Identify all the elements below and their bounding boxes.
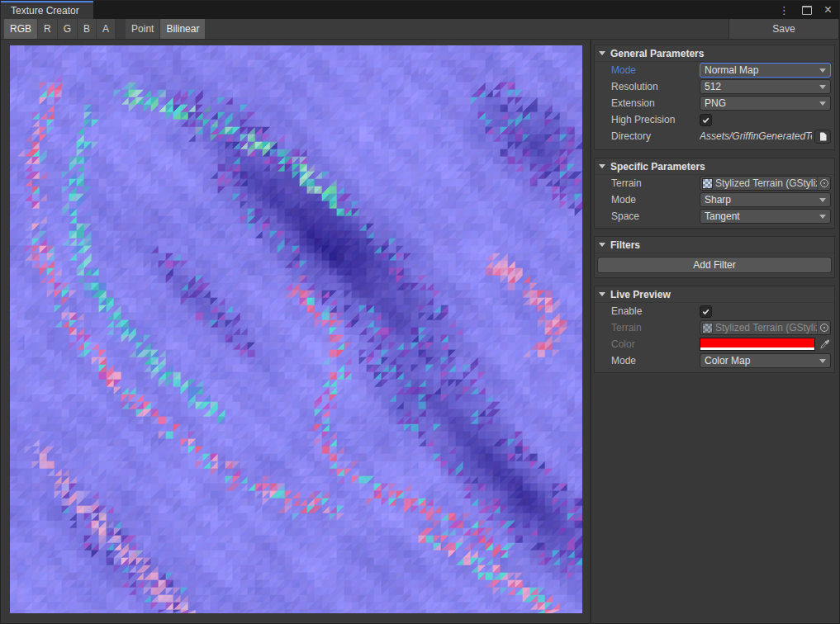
field-label: High Precision xyxy=(611,114,700,125)
terrain-asset-icon xyxy=(702,323,713,333)
section-specific-parameters: Specific Parameters Terrain Stylized Ter… xyxy=(594,158,835,229)
enable-row: Enable xyxy=(595,303,834,319)
main-content: General Parameters Mode Normal Map Resol… xyxy=(1,40,839,624)
section-live-preview: Live Preview Enable Terrain xyxy=(594,286,835,373)
resolution-dropdown[interactable]: 512 xyxy=(700,79,831,94)
chevron-down-icon xyxy=(819,69,826,73)
field-label: Enable xyxy=(611,305,700,317)
channel-button-b[interactable]: B xyxy=(78,19,97,39)
live-mode-dropdown[interactable]: Color Map xyxy=(700,353,831,368)
high-precision-checkbox[interactable] xyxy=(700,114,712,126)
add-filter-button[interactable]: Add Filter xyxy=(597,257,832,273)
check-icon xyxy=(701,116,710,125)
directory-browse-button[interactable] xyxy=(814,130,831,144)
eyedropper-icon xyxy=(818,339,831,350)
foldout-icon xyxy=(599,51,605,55)
filter-button-bilinear[interactable]: Bilinear xyxy=(160,19,206,39)
chevron-down-icon xyxy=(819,215,826,219)
terrain-asset-icon xyxy=(702,178,713,189)
extension-dropdown[interactable]: PNG xyxy=(700,96,831,111)
window-menu-icon[interactable]: ⋮ xyxy=(779,5,790,16)
save-button[interactable]: Save xyxy=(728,19,839,39)
check-icon xyxy=(701,307,710,316)
section-title: Filters xyxy=(610,239,640,251)
preview-pane xyxy=(1,40,591,624)
maximize-icon[interactable] xyxy=(802,6,812,15)
color-swatch xyxy=(700,338,815,351)
resolution-row: Resolution 512 xyxy=(595,78,834,95)
inspector-panel: General Parameters Mode Normal Map Resol… xyxy=(591,40,839,624)
foldout-icon xyxy=(599,164,605,168)
chevron-down-icon xyxy=(819,102,826,106)
section-filters: Filters Add Filter xyxy=(594,236,835,278)
section-title: Specific Parameters xyxy=(610,161,705,173)
field-label: Color xyxy=(611,338,700,350)
mode-dropdown[interactable]: Normal Map xyxy=(700,63,831,78)
chevron-down-icon xyxy=(819,198,826,202)
field-label: Terrain xyxy=(611,177,700,189)
texture-creator-window: Texture Creator ⋮ × RGB R G B A Point Bi… xyxy=(0,0,840,624)
foldout-icon xyxy=(599,292,605,296)
directory-row: Directory Assets/GriffinGeneratedTe xyxy=(595,128,834,147)
terrain-object-field[interactable]: Stylized Terrain (GStyliz xyxy=(700,176,831,191)
field-label: Terrain xyxy=(611,322,700,333)
directory-value: Assets/GriffinGeneratedTe xyxy=(700,130,812,142)
specific-mode-row: Mode Sharp xyxy=(595,191,834,208)
live-terrain-row: Terrain Stylized Terrain (GStyliz xyxy=(595,319,834,336)
field-label: Mode xyxy=(611,64,700,76)
close-icon[interactable]: × xyxy=(824,3,832,17)
field-label: Resolution xyxy=(611,81,700,92)
section-title: Live Preview xyxy=(610,289,671,300)
field-label: Mode xyxy=(611,355,700,366)
live-preview-header[interactable]: Live Preview xyxy=(595,286,834,303)
filters-header[interactable]: Filters xyxy=(595,237,834,253)
space-row: Space Tangent xyxy=(595,208,834,225)
chevron-down-icon xyxy=(819,85,826,89)
section-title: General Parameters xyxy=(610,48,704,59)
channel-button-r[interactable]: R xyxy=(38,19,58,39)
foldout-icon xyxy=(599,243,605,247)
tab-title: Texture Creator xyxy=(11,5,79,17)
live-color-row: Color xyxy=(595,336,834,352)
channel-button-a[interactable]: A xyxy=(97,19,116,39)
mode-row: Mode Normal Map xyxy=(595,62,834,78)
space-dropdown[interactable]: Tangent xyxy=(700,209,831,224)
terrain-row: Terrain Stylized Terrain (GStyliz xyxy=(595,175,834,191)
file-icon xyxy=(819,132,827,141)
high-precision-row: High Precision xyxy=(595,111,834,128)
field-label: Space xyxy=(611,210,700,222)
alpha-strip xyxy=(700,347,814,350)
extension-row: Extension PNG xyxy=(595,95,834,111)
enable-checkbox[interactable] xyxy=(700,305,712,318)
field-label: Mode xyxy=(611,194,700,206)
filter-button-point[interactable]: Point xyxy=(126,19,160,39)
live-mode-row: Mode Color Map xyxy=(595,352,834,369)
field-label: Extension xyxy=(611,97,700,109)
texture-preview-canvas xyxy=(10,45,582,613)
object-picker-icon xyxy=(817,321,830,334)
section-general-parameters: General Parameters Mode Normal Map Resol… xyxy=(594,45,835,150)
specific-parameters-header[interactable]: Specific Parameters xyxy=(595,158,834,175)
chevron-down-icon xyxy=(819,359,826,363)
live-terrain-object-field: Stylized Terrain (GStyliz xyxy=(700,320,831,335)
general-parameters-header[interactable]: General Parameters xyxy=(595,45,834,62)
field-label: Directory xyxy=(611,130,700,142)
tab-texture-creator[interactable]: Texture Creator xyxy=(1,1,93,19)
titlebar: Texture Creator ⋮ × xyxy=(1,1,839,19)
specific-mode-dropdown[interactable]: Sharp xyxy=(700,192,831,207)
window-controls: ⋮ × xyxy=(779,1,839,19)
channel-button-g[interactable]: G xyxy=(58,19,78,39)
toolbar: RGB R G B A Point Bilinear Save xyxy=(1,19,839,40)
object-picker-icon[interactable] xyxy=(817,177,830,190)
channel-button-rgb[interactable]: RGB xyxy=(4,19,38,39)
